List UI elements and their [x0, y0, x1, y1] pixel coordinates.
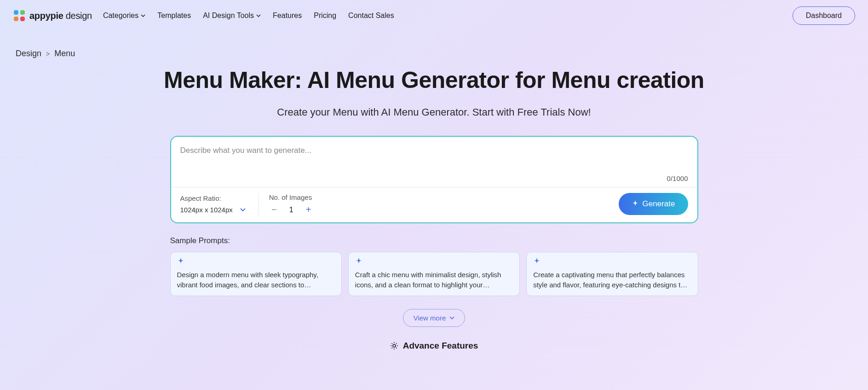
nav-ai-tools[interactable]: AI Design Tools	[203, 12, 261, 20]
logo[interactable]: appypie design	[13, 9, 92, 22]
gear-icon	[390, 342, 398, 350]
chevron-down-icon	[141, 14, 145, 17]
sparkle-icon	[533, 258, 691, 267]
aspect-ratio-select[interactable]: 1024px x 1024px	[180, 206, 246, 214]
sample-prompt-card[interactable]: Create a captivating menu that perfectly…	[526, 252, 698, 296]
num-images-group: No. of Images − 1 +	[259, 193, 327, 215]
sample-prompt-text: Create a captivating menu that perfectly…	[533, 270, 691, 290]
advance-features[interactable]: Advance Features	[390, 341, 478, 351]
chevron-down-icon	[256, 14, 261, 17]
controls-row: Aspect Ratio: 1024px x 1024px No. of Ima…	[171, 187, 697, 222]
sparkle-icon	[355, 258, 513, 267]
hero: Menu Maker: AI Menu Generator for Menu c…	[0, 58, 868, 118]
num-images-stepper: − 1 +	[269, 205, 314, 215]
nav-pricing[interactable]: Pricing	[314, 12, 336, 20]
advance-features-wrap: Advance Features	[0, 341, 868, 361]
sample-prompt-card[interactable]: Design a modern menu with sleek typograp…	[170, 252, 342, 296]
aspect-ratio-group: Aspect Ratio: 1024px x 1024px	[180, 194, 259, 214]
svg-point-4	[393, 344, 396, 347]
nav-categories-label: Categories	[103, 12, 138, 20]
page-subtitle: Create your Menu with AI Menu Generator.…	[9, 106, 859, 118]
prompt-area: 0/1000	[171, 137, 697, 187]
aspect-ratio-value: 1024px x 1024px	[180, 206, 233, 214]
nav-ai-tools-label: AI Design Tools	[203, 12, 254, 20]
sample-grid: Design a modern menu with sleek typograp…	[170, 252, 698, 296]
sparkle-icon	[632, 200, 639, 208]
aspect-ratio-label: Aspect Ratio:	[180, 194, 246, 202]
breadcrumb-separator: >	[46, 50, 50, 58]
num-images-value: 1	[289, 206, 293, 214]
breadcrumb-root[interactable]: Design	[16, 49, 41, 58]
nav-categories[interactable]: Categories	[103, 12, 145, 20]
sample-prompt-text: Design a modern menu with sleek typograp…	[177, 270, 335, 290]
logo-text: appypie design	[29, 11, 92, 21]
num-images-label: No. of Images	[269, 193, 314, 201]
view-more-button[interactable]: View more	[403, 309, 466, 327]
decrement-button[interactable]: −	[269, 205, 279, 215]
dashboard-button[interactable]: Dashboard	[793, 6, 855, 25]
svg-rect-3	[20, 17, 25, 21]
nav-templates[interactable]: Templates	[157, 12, 191, 20]
increment-button[interactable]: +	[304, 205, 314, 215]
prompt-input[interactable]	[180, 146, 688, 171]
svg-rect-0	[14, 10, 18, 15]
logo-icon	[13, 9, 26, 22]
svg-rect-2	[14, 17, 18, 21]
advance-features-label: Advance Features	[403, 341, 478, 351]
view-more-label: View more	[414, 314, 446, 322]
nav-contact[interactable]: Contact Sales	[348, 12, 394, 20]
nav: Categories Templates AI Design Tools Fea…	[103, 12, 394, 20]
samples-label: Sample Prompts:	[170, 236, 698, 245]
char-count: 0/1000	[180, 175, 688, 182]
sample-prompt-text: Craft a chic menu with minimalist design…	[355, 270, 513, 290]
breadcrumb-current: Menu	[54, 49, 75, 58]
chevron-down-icon	[240, 208, 246, 212]
sample-prompt-card[interactable]: Craft a chic menu with minimalist design…	[348, 252, 520, 296]
nav-features[interactable]: Features	[273, 12, 302, 20]
header: appypie design Categories Templates AI D…	[0, 0, 868, 31]
chevron-down-icon	[449, 316, 454, 320]
generate-button[interactable]: Generate	[619, 193, 688, 215]
samples: Sample Prompts: Design a modern menu wit…	[170, 236, 698, 327]
page-title: Menu Maker: AI Menu Generator for Menu c…	[9, 67, 859, 93]
breadcrumb: Design > Menu	[0, 31, 868, 58]
generator-box: 0/1000 Aspect Ratio: 1024px x 1024px No.…	[170, 136, 698, 223]
generate-label: Generate	[643, 199, 675, 209]
sparkle-icon	[177, 258, 335, 267]
svg-rect-1	[20, 10, 25, 15]
